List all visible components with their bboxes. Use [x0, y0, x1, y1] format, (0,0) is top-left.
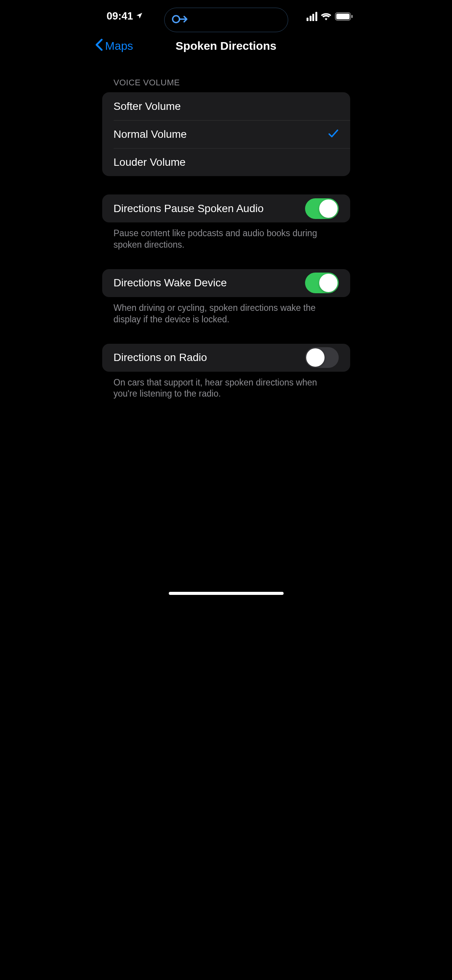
- back-label: Maps: [105, 39, 133, 52]
- location-arrow-icon: [135, 10, 143, 22]
- toggle-pause-audio[interactable]: [305, 198, 339, 219]
- wifi-icon: [320, 12, 332, 21]
- battery-icon: [335, 12, 353, 21]
- back-button[interactable]: Maps: [95, 39, 133, 54]
- home-indicator[interactable]: [169, 592, 284, 595]
- group-radio: Directions on Radio: [102, 344, 350, 372]
- option-normal-volume[interactable]: Normal Volume: [102, 120, 350, 148]
- status-time: 09:41: [107, 10, 133, 22]
- row-label: Directions on Radio: [114, 351, 207, 364]
- group-voice-volume: Softer Volume Normal Volume Louder Volum…: [102, 92, 350, 176]
- group-wake-device: Directions Wake Device: [102, 269, 350, 297]
- footer-radio: On cars that support it, hear spoken dir…: [102, 372, 350, 400]
- svg-point-0: [173, 16, 179, 23]
- option-label: Softer Volume: [114, 100, 181, 113]
- row-pause-audio: Directions Pause Spoken Audio: [102, 194, 350, 222]
- option-label: Normal Volume: [114, 128, 187, 140]
- cellular-signal-icon: [307, 12, 317, 21]
- footer-wake-device: When driving or cycling, spoken directio…: [102, 297, 350, 325]
- toggle-wake-device[interactable]: [305, 273, 339, 293]
- row-label: Directions Pause Spoken Audio: [114, 203, 264, 215]
- continuity-icon: [171, 13, 190, 27]
- option-label: Louder Volume: [114, 156, 186, 168]
- page-title: Spoken Directions: [176, 39, 276, 52]
- section-header-voice-volume: Voice Volume: [102, 59, 350, 92]
- svg-rect-2: [336, 13, 349, 19]
- status-bar: 09:41: [88, 0, 365, 33]
- footer-pause-audio: Pause content like podcasts and audio bo…: [102, 222, 350, 251]
- checkmark-icon: [328, 129, 339, 140]
- option-louder-volume[interactable]: Louder Volume: [102, 148, 350, 176]
- navigation-bar: Maps Spoken Directions: [88, 33, 365, 59]
- row-wake-device: Directions Wake Device: [102, 269, 350, 297]
- svg-rect-3: [351, 15, 353, 18]
- toggle-radio[interactable]: [305, 347, 339, 368]
- group-pause-audio: Directions Pause Spoken Audio: [102, 194, 350, 222]
- dynamic-island: [164, 8, 288, 32]
- option-softer-volume[interactable]: Softer Volume: [102, 92, 350, 120]
- row-radio: Directions on Radio: [102, 344, 350, 372]
- screen: 09:41: [88, 0, 365, 600]
- chevron-left-icon: [95, 39, 103, 54]
- row-label: Directions Wake Device: [114, 277, 227, 289]
